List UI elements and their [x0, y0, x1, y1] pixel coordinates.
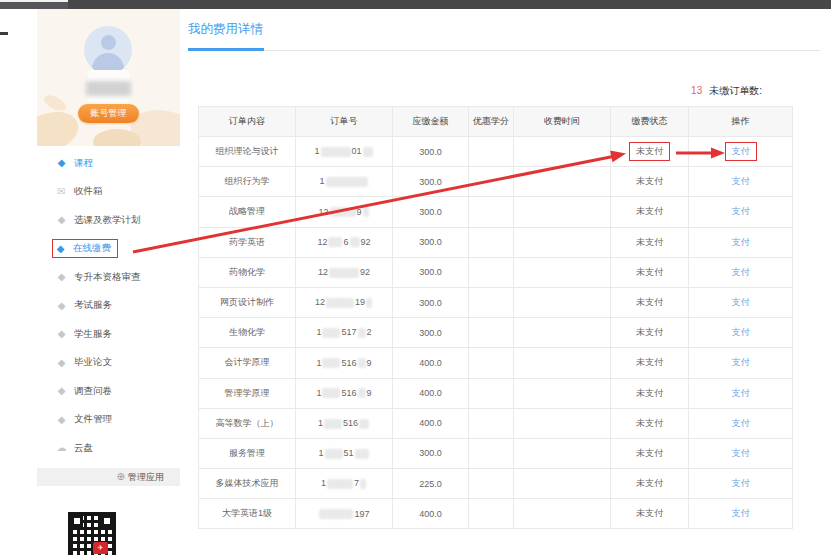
order-number-fragment: 19 — [355, 297, 365, 307]
account-manage-button[interactable]: 账号管理 — [78, 104, 139, 123]
pay-link[interactable]: 支付 — [732, 388, 750, 398]
action-cell: 支付 — [689, 318, 793, 348]
avatar-head — [101, 35, 116, 50]
order-number-cell: 15169 — [296, 378, 393, 408]
pay-link[interactable]: 支付 — [732, 478, 750, 488]
table-row: 高等数学（上）1516400.0未支付支付 — [199, 408, 793, 438]
sidebar-item-label: 课程 — [74, 157, 93, 170]
pay-link[interactable]: 支付 — [732, 297, 750, 307]
amount-cell: 400.0 — [393, 348, 469, 378]
discount-credit-cell — [469, 469, 514, 499]
pay-link[interactable]: 支付 — [732, 357, 750, 367]
gem-icon: ◆ — [55, 415, 68, 425]
status-cell: 未支付 — [611, 408, 689, 438]
pay-link[interactable]: 支付 — [732, 206, 750, 216]
browser-topbar — [0, 0, 831, 9]
payment-status: 未支付 — [636, 357, 663, 367]
sidebar-item-4[interactable]: ◆专升本资格审查 — [37, 263, 180, 292]
order-number-redaction — [330, 207, 356, 217]
table-row: 生物化学15172300.0未支付支付 — [199, 318, 793, 348]
order-number-fragment: 9 — [357, 207, 362, 217]
amount-cell: 300.0 — [393, 257, 469, 287]
charge-time-cell — [514, 227, 611, 257]
amount-cell: 300.0 — [393, 287, 469, 317]
sidebar-item-5[interactable]: ◆考试服务 — [37, 292, 180, 321]
status-cell: 未支付 — [611, 257, 689, 287]
pay-link[interactable]: 支付 — [732, 418, 750, 428]
column-header-0: 订单内容 — [199, 107, 296, 137]
fee-table: 订单内容订单号应缴金额优惠学分收费时间缴费状态操作 组织理论与设计101300.… — [198, 106, 793, 529]
order-content-cell: 管理学原理 — [199, 378, 296, 408]
sidebar-item-label: 选课及教学计划 — [74, 214, 141, 227]
payment-status: 未支付 — [636, 478, 663, 488]
order-number-fragment: 1 — [314, 146, 319, 156]
sidebar-item-label: 在线缴费 — [73, 242, 111, 255]
order-number-cell: 197 — [296, 499, 393, 529]
order-content-cell: 药学英语 — [199, 227, 296, 257]
sidebar-item-6[interactable]: ◆学生服务 — [37, 320, 180, 349]
charge-time-cell — [514, 469, 611, 499]
charge-time-cell — [514, 318, 611, 348]
sidebar-item-1[interactable]: ✉收件箱 — [37, 178, 180, 207]
pay-link[interactable]: 支付 — [732, 448, 750, 458]
order-number-redaction — [363, 207, 369, 217]
sidebar-item-label: 文件管理 — [74, 413, 112, 426]
sidebar-item-10[interactable]: ☁云盘 — [37, 434, 180, 463]
order-number-redaction — [319, 509, 353, 519]
action-cell: 支付 — [689, 469, 793, 499]
charge-time-cell — [514, 257, 611, 287]
order-number-cell: 129 — [296, 197, 393, 227]
charge-time-cell — [514, 499, 611, 529]
pay-link[interactable]: 支付 — [732, 267, 750, 277]
payment-status: 未支付 — [636, 448, 663, 458]
sidebar-item-2[interactable]: ◆选课及教学计划 — [37, 206, 180, 235]
browser-tab[interactable] — [0, 0, 68, 9]
order-number-fragment: 1 — [318, 418, 323, 428]
order-number-fragment: 1 — [319, 176, 324, 186]
manage-apps-bar[interactable]: ⊕ 管理应用 — [37, 468, 180, 486]
sidebar-item-9[interactable]: ◆文件管理 — [37, 406, 180, 435]
status-cell: 未支付 — [611, 378, 689, 408]
sidebar-item-7[interactable]: ◆毕业论文 — [37, 349, 180, 378]
gem-icon: ◆ — [55, 358, 68, 368]
order-number-fragment: 516 — [343, 418, 358, 428]
sidebar-item-label: 专升本资格审查 — [74, 271, 141, 284]
payment-status: 未支付 — [636, 206, 663, 216]
order-number-redaction — [325, 449, 343, 459]
pay-link[interactable]: 支付 — [732, 508, 750, 518]
page: 账号管理 ◆课程✉收件箱◆选课及教学计划◆在线缴费◆专升本资格审查◆考试服务◆学… — [0, 0, 831, 555]
order-number-cell: 1219 — [296, 287, 393, 317]
order-number-redaction — [321, 147, 351, 157]
order-number-fragment: 1 — [318, 448, 323, 458]
order-content-cell: 多媒体技术应用 — [199, 469, 296, 499]
status-cell: 未支付 — [611, 469, 689, 499]
order-number-cell: 151 — [296, 438, 393, 468]
sidebar-item-3[interactable]: ◆在线缴费 — [37, 235, 180, 264]
action-cell: 支付 — [689, 167, 793, 197]
action-cell: 支付 — [689, 197, 793, 227]
order-number-fragment: 1 — [321, 478, 326, 488]
sidebar-item-0[interactable]: ◆课程 — [37, 149, 180, 178]
charge-time-cell — [514, 348, 611, 378]
status-cell: 未支付 — [611, 227, 689, 257]
pay-link[interactable]: 支付 — [732, 327, 750, 337]
order-number-cell: 101 — [296, 137, 393, 167]
order-content-cell: 服务管理 — [199, 438, 296, 468]
column-header-2: 应缴金额 — [393, 107, 469, 137]
action-cell: 支付 — [689, 257, 793, 287]
pay-link[interactable]: 支付 — [732, 176, 750, 186]
discount-credit-cell — [469, 378, 514, 408]
pay-link[interactable]: 支付 — [725, 142, 757, 161]
title-accent-underline — [188, 48, 264, 51]
order-number-fragment: 1 — [316, 358, 321, 368]
pay-link[interactable]: 支付 — [732, 237, 750, 247]
column-header-5: 缴费状态 — [611, 107, 689, 137]
order-number-redaction — [327, 479, 353, 489]
amount-cell: 400.0 — [393, 378, 469, 408]
order-number-fragment: 12 — [317, 237, 327, 247]
order-number-fragment: 1 — [316, 388, 321, 398]
sidebar-item-8[interactable]: ◆调查问卷 — [37, 377, 180, 406]
discount-credit-cell — [469, 137, 514, 167]
status-cell: 未支付 — [611, 197, 689, 227]
order-number-cell: 1292 — [296, 257, 393, 287]
